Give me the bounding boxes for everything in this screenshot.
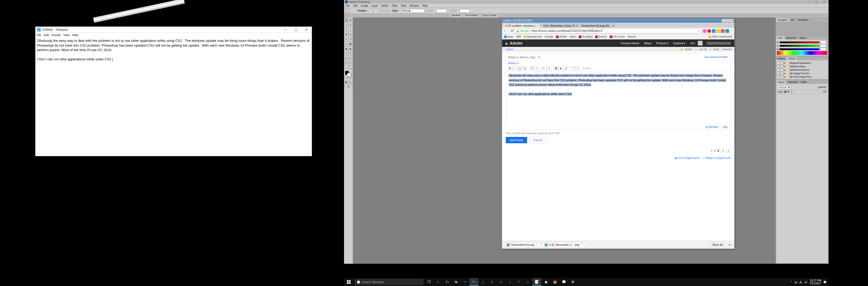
goto-original-link[interactable]: ◉ Go to original post <box>675 156 700 160</box>
strike-button[interactable]: S <box>523 66 527 70</box>
onenote-icon[interactable]: N <box>523 278 532 286</box>
bookmark-search[interactable]: Search <box>628 35 636 38</box>
screen-mode-2[interactable]: ▢ <box>348 80 352 84</box>
other-bookmarks[interactable]: Other bookmarks <box>708 35 732 38</box>
shape-tool[interactable]: ▭ <box>348 56 352 60</box>
minimize-button[interactable]: — <box>280 27 290 33</box>
chrome-menu-icon[interactable]: ⋮ <box>730 29 733 32</box>
color-swatches[interactable] <box>344 70 352 78</box>
action-center-icon[interactable]: 💬 <box>823 281 827 284</box>
ps-menu-filter[interactable]: Filter <box>392 4 398 7</box>
actions-dropdown[interactable]: Actions <box>506 48 514 51</box>
adobe-logo[interactable]: ▲ Adobe <box>505 41 523 45</box>
vlc-icon[interactable]: △ <box>478 278 488 286</box>
like-button[interactable]: ♡ Like (0) <box>695 48 707 51</box>
action-row[interactable]: ✓□ ▸ 📁 SharpenAdjustment... <box>777 61 827 65</box>
lock-pixels-icon[interactable]: ▦ <box>784 90 786 93</box>
brush-tool[interactable]: ✎ <box>348 32 352 36</box>
close-download-shelf[interactable]: ✕ <box>727 244 732 246</box>
chrome-tab-1[interactable]: CS2 problem: windows 1× <box>503 24 540 28</box>
video-button[interactable]: ▶ <box>558 66 563 70</box>
marquee-tool[interactable]: ▭ <box>344 18 348 22</box>
bookmark-google[interactable]: Google <box>545 35 553 38</box>
tab-close-icon[interactable]: × <box>537 24 538 27</box>
notepad-titlebar[interactable]: Untitled - Notepad — ▢ ✕ <box>35 27 312 33</box>
feather-input[interactable]: 0 px <box>369 9 377 13</box>
page-prev[interactable]: ◂ <box>721 148 725 153</box>
ps-menu-file[interactable]: File <box>346 4 350 7</box>
messages-badge[interactable]: ✉ 0 <box>690 42 695 45</box>
reply-original-link[interactable]: ↩ Reply to original post <box>703 156 731 160</box>
chrome-omnibox[interactable]: 🔒 Secure | https://forums.adobe.com/thre… <box>514 29 702 33</box>
nav-explore[interactable]: Explore ▾ <box>673 41 685 45</box>
menu-view[interactable]: View <box>63 33 70 36</box>
network-icon[interactable]: 🖧 <box>800 281 802 284</box>
tool-presets-tab[interactable]: Tool Presets <box>463 14 480 18</box>
chrome-icon[interactable]: ◉ <box>541 278 551 286</box>
bold-button[interactable]: B <box>507 66 512 70</box>
use-advanced-editor-link[interactable]: Use advanced editor <box>704 56 728 59</box>
page-1[interactable]: 1 <box>711 149 713 152</box>
reply-textarea[interactable]: Obviously the easy way to deal with the … <box>506 71 731 124</box>
ps-menu-layer[interactable]: Layer <box>371 4 378 7</box>
photoshop-window[interactable]: Adobe Photoshop — ▢ ✕ File Edit Image La… <box>344 0 829 264</box>
g-value[interactable] <box>820 44 827 48</box>
forum-search[interactable]: Search forums only <box>706 41 732 45</box>
notepad-taskbar-icon[interactable]: 📝 <box>532 278 541 286</box>
app-button[interactable]: ↑ App <box>721 125 728 128</box>
layers-tab[interactable]: Layers <box>776 80 786 84</box>
bookmark-inbox[interactable]: Inbox <box>569 35 576 38</box>
image-button[interactable]: 🖼 <box>553 66 558 70</box>
skype-icon[interactable]: S <box>488 278 496 286</box>
crop-tool[interactable]: ⌗ <box>344 27 348 32</box>
action-row[interactable]: ✓□ ▸ 📁 My Print Image Proc... <box>777 75 827 78</box>
user-avatar[interactable] <box>698 41 703 46</box>
number-list-button[interactable]: ≡ <box>534 66 539 70</box>
channels-tab[interactable]: Channels <box>786 80 799 84</box>
layers-panel[interactable]: Layers Channels Paths Normal Opacity: Lo… <box>776 80 828 263</box>
mention-button[interactable]: @ Mention <box>706 125 718 128</box>
heal-tool[interactable]: ✚ <box>344 32 348 36</box>
maximize-button[interactable]: ▢ <box>290 27 301 33</box>
chevron-up-icon[interactable]: ⌃ <box>581 244 583 246</box>
emoji-button[interactable]: ☺ <box>575 66 580 70</box>
antialias-checkbox[interactable]: Anti-alias <box>379 9 390 12</box>
powerpoint-icon[interactable]: P <box>515 278 523 286</box>
page-2[interactable]: 2 <box>714 149 716 152</box>
task-view-icon[interactable]: ❐ <box>425 278 433 286</box>
notes-tool[interactable]: ✉ <box>344 61 348 65</box>
people-icon[interactable]: 👥 <box>794 281 797 284</box>
info-tab[interactable]: Info <box>789 18 796 22</box>
bookmark-ibm[interactable]: IBM <box>516 35 521 38</box>
r-value[interactable] <box>820 41 827 44</box>
type-tool[interactable]: T <box>348 51 352 56</box>
navigator-panel[interactable]: Navigator Info Histogram <box>776 18 828 35</box>
hand-tool[interactable]: ✋ <box>344 65 348 70</box>
menu-format[interactable]: Format <box>52 33 61 36</box>
eraser-tool[interactable]: ▱ <box>344 41 348 46</box>
menu-edit[interactable]: Edit <box>44 33 49 36</box>
blur-tool[interactable]: ◉ <box>344 46 348 51</box>
wand-tool[interactable]: ✦ <box>348 23 352 27</box>
docwin-minimize[interactable]: — <box>722 19 725 22</box>
ext-icon-3[interactable] <box>712 29 716 33</box>
background-color[interactable] <box>347 73 351 77</box>
docwin-titlebar[interactable]: Untitled-1 @ 100% (RGB/8) — ▢ ✕ <box>502 19 734 23</box>
back-button[interactable]: ← <box>504 29 506 32</box>
start-button[interactable] <box>344 278 353 286</box>
word-icon[interactable]: W <box>496 278 505 286</box>
navigator-tab[interactable]: Navigator <box>776 18 789 22</box>
history-tab[interactable]: History <box>776 57 786 60</box>
zoom-tool[interactable]: 🔍 <box>348 65 352 70</box>
bookmark-scripting[interactable]: Scripting <box>579 35 592 38</box>
actions-link[interactable]: Actions <box>508 62 517 65</box>
gradient-tool[interactable]: ▦ <box>348 41 352 46</box>
marquee-tool-icon[interactable] <box>346 9 350 13</box>
height-input[interactable] <box>459 9 470 13</box>
move-tool[interactable]: ✥ <box>348 18 352 22</box>
pen-tool[interactable]: ✒ <box>344 56 348 60</box>
docwin-close[interactable]: ✕ <box>730 19 734 22</box>
bookmark-apps[interactable]: Apps <box>504 35 514 38</box>
feedback-icon[interactable]: 💬 <box>559 278 568 286</box>
page-next[interactable]: ▸ <box>726 148 731 153</box>
